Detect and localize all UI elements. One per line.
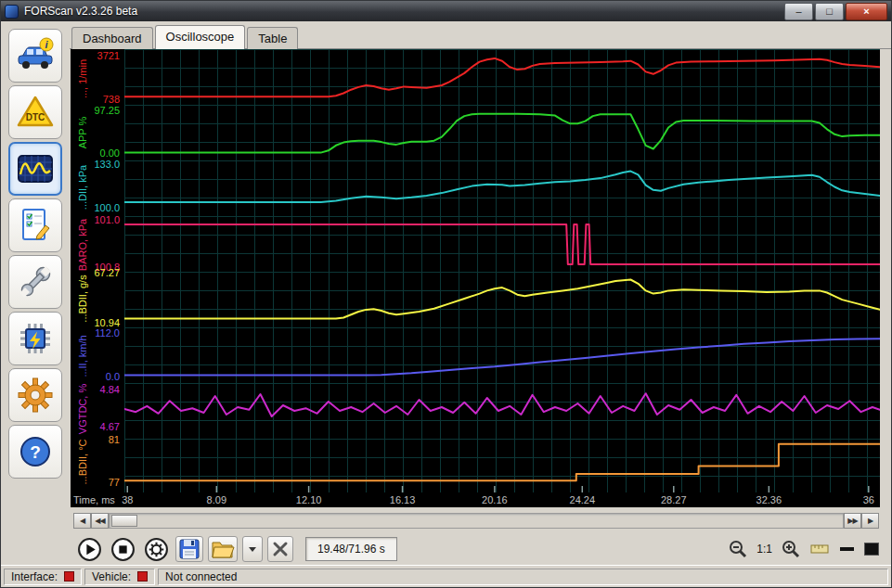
minimize-button[interactable]: – xyxy=(784,3,813,20)
scroll-left-fast-icon: ◀◀ xyxy=(95,517,104,525)
vehicle-info-icon: i xyxy=(16,36,55,75)
channel-8-label: ...BDII, °C xyxy=(77,439,88,484)
channel-3-min: 100.0 xyxy=(94,202,120,214)
toolbar: 19.48/71.96 s 1:1 xyxy=(75,534,882,564)
sidebar-item-vehicle-info[interactable]: i xyxy=(8,29,62,83)
clear-button[interactable] xyxy=(267,536,293,562)
color-swatch-icon xyxy=(864,543,879,556)
scroll-left-fast-button[interactable]: ◀◀ xyxy=(91,513,109,529)
scope-settings-button[interactable] xyxy=(142,536,171,562)
settings-gear-icon xyxy=(16,376,55,415)
scrollbar-track[interactable] xyxy=(109,513,844,529)
line-width-icon xyxy=(840,547,854,551)
time-display-value: 19.48/71.96 s xyxy=(317,543,385,556)
status-bar: Interface: Vehicle: Not connected xyxy=(1,565,891,587)
channel-3-max: 133.0 xyxy=(94,159,120,171)
zoom-in-icon xyxy=(781,539,801,559)
channel-7-max: 4.84 xyxy=(100,384,120,396)
window-buttons: – □ × xyxy=(784,3,887,20)
zoom-in-button[interactable] xyxy=(779,536,803,562)
time-tick-6: 28.27 xyxy=(661,494,687,505)
vehicle-status-cell: Vehicle: xyxy=(84,569,155,585)
zoom-ratio-label: 1:1 xyxy=(755,543,774,556)
zoom-out-button[interactable] xyxy=(726,536,750,562)
color-button[interactable] xyxy=(861,536,882,562)
channel-5-label: ...BDII, g/s xyxy=(77,275,88,322)
maximize-button[interactable]: □ xyxy=(815,3,844,20)
line-width-button[interactable] xyxy=(836,536,857,562)
sidebar-item-service[interactable] xyxy=(8,255,62,309)
channel-7-min: 4.67 xyxy=(100,421,120,433)
window: FORScan v2.3.26 beta – □ × i DTC xyxy=(0,0,892,588)
close-button[interactable]: × xyxy=(846,3,887,20)
time-axis-label: Time, ms xyxy=(73,494,115,505)
start-button[interactable] xyxy=(75,536,104,562)
tab-oscilloscope[interactable]: Oscilloscope xyxy=(155,25,246,49)
time-tick-3: 16.13 xyxy=(390,494,416,505)
sidebar-item-help[interactable]: ? xyxy=(8,425,62,479)
scroll-right-fast-button[interactable]: ▶▶ xyxy=(844,513,861,529)
time-display[interactable]: 19.48/71.96 s xyxy=(305,537,397,561)
sidebar-item-oscilloscope[interactable] xyxy=(8,142,62,196)
vehicle-label: Vehicle: xyxy=(92,570,131,583)
clear-x-icon xyxy=(270,539,291,559)
measure-button[interactable] xyxy=(808,536,832,562)
gear-icon xyxy=(144,537,169,562)
time-tick-0: 38 xyxy=(122,494,133,505)
scrollbar-thumb[interactable] xyxy=(111,515,137,527)
sidebar-item-dtc[interactable]: DTC xyxy=(8,85,62,139)
scroll-left-button[interactable]: ◀ xyxy=(73,513,91,529)
stop-button[interactable] xyxy=(109,536,137,562)
sidebar: i DTC xyxy=(1,25,70,565)
app-icon xyxy=(5,5,19,19)
titlebar[interactable]: FORScan v2.3.26 beta – □ × xyxy=(1,1,891,21)
sidebar-item-tests[interactable] xyxy=(8,198,62,252)
scroll-right-fast-icon: ▶▶ xyxy=(847,517,857,525)
tab-dashboard[interactable]: Dashboard xyxy=(71,27,153,49)
time-axis: Time, ms 388.0912.1016.1320.1624.2428.27… xyxy=(71,492,880,507)
time-tick-4: 20.16 xyxy=(482,494,508,505)
oscilloscope-chart[interactable]: 3721738..., 1/min97.250.00APP %133.0100.… xyxy=(71,49,880,507)
channel-6-min: 0.0 xyxy=(106,371,120,383)
play-icon xyxy=(77,537,102,562)
open-button[interactable] xyxy=(208,536,238,562)
stop-icon xyxy=(110,537,136,562)
scroll-right-button[interactable]: ▶ xyxy=(861,513,879,529)
channel-3-label: ...DII, kPa xyxy=(77,164,88,209)
programming-chip-icon xyxy=(16,319,55,358)
dtc-icon: DTC xyxy=(16,93,55,132)
signal-list-dropdown[interactable] xyxy=(242,536,263,562)
close-icon: × xyxy=(863,6,869,17)
tab-bar: DashboardOscilloscopeTable xyxy=(70,21,891,49)
interface-status-led xyxy=(64,571,74,582)
scroll-right-icon: ▶ xyxy=(868,517,873,525)
plot-svg[interactable] xyxy=(124,49,880,492)
scroll-left-icon: ◀ xyxy=(80,517,84,525)
oscilloscope-icon xyxy=(16,149,55,188)
time-tick-8: 36 xyxy=(863,494,874,505)
svg-text:DTC: DTC xyxy=(26,112,45,122)
sidebar-item-settings[interactable] xyxy=(8,368,62,422)
channel-2-max: 97.25 xyxy=(94,105,120,117)
vehicle-status-led xyxy=(137,571,148,582)
time-tick-5: 24.24 xyxy=(570,494,596,505)
channel-6-max: 112.0 xyxy=(95,327,120,339)
channel-4-max: 101.0 xyxy=(94,214,120,226)
time-tick-1: 8.09 xyxy=(207,494,226,505)
chevron-down-icon xyxy=(249,547,256,552)
help-icon: ? xyxy=(16,432,55,471)
tests-icon xyxy=(16,206,55,245)
main-area: DashboardOscilloscopeTable 3721738..., 1… xyxy=(70,21,891,565)
sidebar-item-programming[interactable] xyxy=(8,312,62,365)
channel-gutter: 3721738..., 1/min97.250.00APP %133.0100.… xyxy=(71,49,124,492)
interface-label: Interface: xyxy=(11,570,58,583)
minimize-icon: – xyxy=(795,6,801,17)
save-button[interactable] xyxy=(175,536,203,562)
interface-status-cell: Interface: xyxy=(4,569,82,585)
channel-2-label: APP % xyxy=(77,117,88,149)
connection-status-cell: Not connected xyxy=(158,569,888,585)
zoom-out-icon xyxy=(728,539,748,559)
channel-8-min: 77 xyxy=(109,477,120,489)
tab-table[interactable]: Table xyxy=(247,27,298,49)
open-folder-icon xyxy=(211,538,235,560)
